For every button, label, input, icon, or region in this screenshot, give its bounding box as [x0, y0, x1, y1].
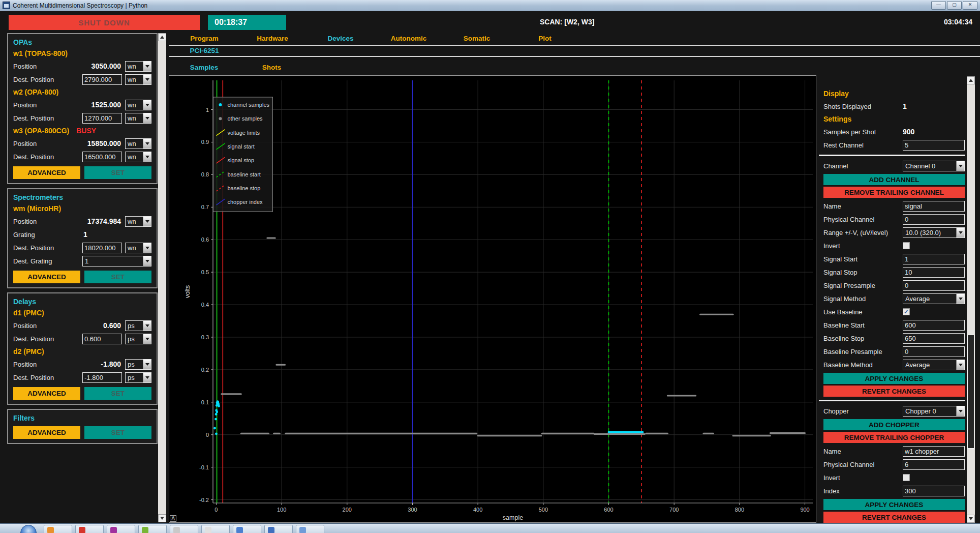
add-chopper-button[interactable]: ADD CHOPPER — [823, 419, 965, 430]
revert-changes-button[interactable]: REVERT CHANGES — [823, 386, 965, 397]
chevron-down-icon[interactable] — [143, 75, 151, 84]
device-tab-pci-6251[interactable]: PCI-6251 — [170, 47, 238, 54]
chevron-down-icon[interactable] — [143, 152, 151, 162]
invert-checkbox[interactable] — [903, 242, 910, 249]
name-field[interactable] — [903, 446, 965, 457]
signal-stop-field[interactable] — [903, 267, 965, 278]
tab-devices[interactable]: Devices — [307, 35, 375, 42]
advanced-button[interactable]: ADVANCED — [13, 426, 80, 439]
set-button[interactable]: SET — [84, 426, 151, 439]
chevron-down-icon[interactable] — [143, 334, 151, 344]
rest-channel-field[interactable] — [903, 140, 965, 151]
maximize-button[interactable]: ▢ — [947, 1, 962, 10]
physical-channel-field[interactable] — [903, 459, 965, 470]
set-button[interactable]: SET — [84, 387, 151, 400]
signal-method-dropdown[interactable]: Average — [903, 293, 965, 304]
units-dropdown[interactable]: ps — [125, 372, 151, 383]
units-dropdown[interactable]: wn — [125, 216, 151, 227]
range-v-uv-level-dropdown[interactable]: 10.0 (320.0) — [903, 227, 965, 238]
chevron-down-icon[interactable] — [956, 406, 964, 416]
advanced-button[interactable]: ADVANCED — [13, 387, 80, 400]
tab-hardware[interactable]: Hardware — [238, 35, 307, 42]
taskbar-app-5[interactable] — [170, 525, 198, 533]
scrollbar-track[interactable] — [967, 335, 974, 449]
remove-trailing-chopper-button[interactable]: REMOVE TRAILING CHOPPER — [823, 432, 965, 443]
units-dropdown[interactable]: wn — [125, 152, 151, 162]
settings-scrollbar[interactable] — [967, 76, 975, 523]
shutdown-button[interactable]: SHUT DOWN — [9, 15, 200, 30]
chopper-dropdown[interactable]: Chopper 0 — [903, 406, 965, 417]
chevron-down-icon[interactable] — [143, 243, 151, 253]
revert-changes-button[interactable]: REVERT CHANGES — [823, 512, 965, 523]
units-dropdown[interactable]: ps — [125, 334, 151, 344]
subtab-samples[interactable]: Samples — [170, 64, 238, 71]
channel-dropdown[interactable]: Channel 0 — [903, 161, 965, 171]
taskbar-app-8[interactable] — [264, 525, 293, 533]
scroll-up-icon[interactable] — [967, 76, 975, 84]
tab-somatic[interactable]: Somatic — [443, 35, 511, 42]
dest-position-field[interactable] — [82, 113, 122, 124]
units-dropdown[interactable]: wn — [125, 138, 151, 149]
dest-position-field[interactable] — [82, 372, 122, 383]
units-dropdown[interactable]: wn — [125, 74, 151, 85]
apply-changes-button[interactable]: APPLY CHANGES — [823, 373, 965, 384]
baseline-presample-field[interactable] — [903, 346, 965, 357]
index-field[interactable] — [903, 486, 965, 496]
taskbar-app-2[interactable] — [75, 525, 104, 533]
dest-grating-dropdown[interactable]: 1 — [82, 256, 151, 266]
advanced-button[interactable]: ADVANCED — [13, 271, 80, 283]
chevron-down-icon[interactable] — [956, 294, 964, 304]
scroll-down-icon[interactable] — [158, 514, 166, 522]
advanced-button[interactable]: ADVANCED — [13, 166, 80, 179]
invert-checkbox[interactable] — [903, 474, 910, 481]
dest-position-field[interactable] — [82, 74, 122, 85]
taskbar-app-1[interactable] — [44, 525, 72, 533]
taskbar-app-3[interactable] — [107, 525, 135, 533]
dest-position-field[interactable] — [82, 152, 122, 162]
chevron-down-icon[interactable] — [143, 139, 151, 149]
chevron-down-icon[interactable] — [956, 161, 964, 171]
taskbar-app-7[interactable] — [233, 525, 261, 533]
baseline-start-field[interactable] — [903, 320, 965, 331]
autoscale-button[interactable]: A — [170, 515, 176, 522]
chevron-down-icon[interactable] — [956, 360, 964, 370]
dest-position-field[interactable] — [82, 243, 122, 253]
taskbar-app-4[interactable] — [138, 525, 167, 533]
units-dropdown[interactable]: wn — [125, 113, 151, 124]
chevron-down-icon[interactable] — [143, 113, 151, 123]
units-dropdown[interactable]: ps — [125, 359, 151, 370]
baseline-stop-field[interactable] — [903, 333, 965, 344]
start-button-icon[interactable] — [20, 525, 37, 533]
baseline-method-dropdown[interactable]: Average — [903, 360, 965, 370]
units-dropdown[interactable]: wn — [125, 61, 151, 72]
chevron-down-icon[interactable] — [143, 217, 151, 226]
dest-position-field[interactable] — [82, 334, 122, 344]
signal-start-field[interactable] — [903, 254, 965, 264]
chevron-down-icon[interactable] — [143, 373, 151, 382]
remove-trailing-channel-button[interactable]: REMOVE TRAILING CHANNEL — [823, 187, 965, 198]
name-field[interactable] — [903, 201, 965, 212]
tab-autonomic[interactable]: Autonomic — [375, 35, 443, 42]
tab-plot[interactable]: Plot — [511, 35, 579, 42]
samples-plot[interactable]: 10.90.80.70.60.50.40.30.20.10-0.1-0.2010… — [169, 76, 816, 522]
minimize-button[interactable]: — — [931, 1, 946, 10]
taskbar-app-6[interactable] — [201, 525, 230, 533]
chevron-down-icon[interactable] — [143, 256, 151, 266]
physical-channel-field[interactable] — [903, 214, 965, 225]
apply-changes-button[interactable]: APPLY CHANGES — [823, 499, 965, 510]
set-button[interactable]: SET — [84, 271, 151, 283]
chevron-down-icon[interactable] — [143, 321, 151, 331]
scroll-up-icon[interactable] — [158, 33, 166, 41]
units-dropdown[interactable]: wn — [125, 100, 151, 110]
set-button[interactable]: SET — [84, 166, 151, 179]
taskbar-app-9[interactable] — [296, 525, 324, 533]
chevron-down-icon[interactable] — [956, 228, 964, 238]
chevron-down-icon[interactable] — [143, 100, 151, 110]
tab-program[interactable]: Program — [170, 35, 238, 42]
add-channel-button[interactable]: ADD CHANNEL — [823, 174, 965, 185]
signal-presample-field[interactable] — [903, 280, 965, 291]
use-baseline-checkbox[interactable] — [903, 308, 910, 315]
units-dropdown[interactable]: ps — [125, 320, 151, 331]
chevron-down-icon[interactable] — [143, 62, 151, 71]
subtab-shots[interactable]: Shots — [238, 64, 305, 71]
